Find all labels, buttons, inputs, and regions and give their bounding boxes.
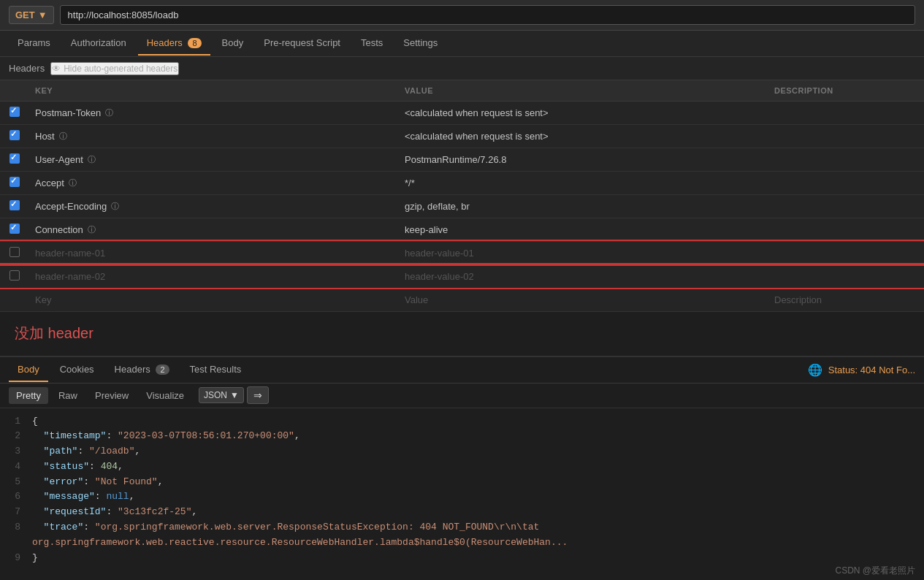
method-select[interactable]: GET ▼: [9, 6, 54, 24]
headers-sub-bar: Headers 👁 Hide auto-generated headers: [0, 57, 924, 80]
row-value[interactable]: keep-alive: [399, 218, 768, 241]
row-checkbox[interactable]: [9, 224, 20, 234]
json-line: 7 "requestId": "3c13fc2f-25",: [0, 505, 924, 520]
row-value[interactable]: header-value-01: [399, 241, 768, 264]
wrap-button[interactable]: ⇒: [247, 386, 269, 404]
response-section: Body Cookies Headers 2 Test Results 🌐 St…: [0, 356, 924, 572]
row-description[interactable]: [768, 101, 924, 124]
row-description[interactable]: [768, 218, 924, 241]
row-value[interactable]: PostmanRuntime/7.26.8: [399, 148, 768, 171]
key-text: header-name-02: [35, 271, 105, 282]
tab-body[interactable]: Body: [213, 31, 253, 56]
key-text: Accept-Encoding: [35, 201, 107, 212]
info-icon: ⓘ: [111, 201, 119, 212]
tab-authorization[interactable]: Authorization: [62, 31, 135, 56]
table-row: User-Agent ⓘ PostmanRuntime/7.26.8: [0, 148, 924, 171]
table-row: header-name-01header-value-01: [0, 241, 924, 264]
placeholder-key[interactable]: Key: [29, 288, 399, 311]
line-number: 2: [3, 429, 32, 444]
row-key[interactable]: header-name-02: [29, 264, 399, 288]
row-value[interactable]: <calculated when request is sent>: [399, 101, 768, 124]
table-row: header-name-02header-value-02: [0, 264, 924, 288]
format-tab-raw[interactable]: Raw: [51, 387, 85, 404]
json-format-select[interactable]: JSON ▼: [199, 387, 244, 403]
response-tab-cookies[interactable]: Cookies: [51, 358, 103, 382]
row-checkbox[interactable]: [9, 247, 20, 257]
line-number: 4: [3, 459, 32, 475]
key-text: Postman-Token: [35, 107, 101, 118]
row-key[interactable]: Accept ⓘ: [29, 171, 399, 194]
row-checkbox[interactable]: [9, 130, 20, 140]
table-placeholder-row[interactable]: Key Value Description: [0, 288, 924, 311]
key-text: Host: [35, 131, 55, 142]
response-tab-body[interactable]: Body: [9, 358, 48, 382]
status-badge: 🌐 Status: 404 Not Fo...: [808, 363, 915, 377]
row-description[interactable]: [768, 171, 924, 194]
request-tabs: Params Authorization Headers 8 Body Pre-…: [0, 31, 924, 57]
row-key[interactable]: Postman-Token ⓘ: [29, 101, 399, 124]
line-number: 7: [3, 505, 32, 520]
placeholder-value[interactable]: Value: [399, 288, 768, 311]
format-tab-preview[interactable]: Preview: [88, 387, 136, 404]
row-checkbox[interactable]: [9, 270, 20, 281]
format-tab-visualize[interactable]: Visualize: [139, 387, 191, 404]
line-content: }: [32, 551, 38, 566]
response-headers-badge: 2: [156, 365, 169, 375]
url-input[interactable]: [60, 5, 915, 25]
line-content: "requestId": "3c13fc2f-25",: [32, 505, 197, 520]
row-description[interactable]: [768, 124, 924, 148]
table-row: Accept ⓘ */*: [0, 171, 924, 194]
info-icon: ⓘ: [88, 224, 96, 235]
line-content: "path": "/loadb",: [32, 444, 140, 459]
col-value: VALUE: [399, 80, 768, 101]
headers-sub-label: Headers: [9, 63, 45, 74]
format-tab-pretty[interactable]: Pretty: [9, 387, 48, 404]
line-number: 9: [3, 551, 32, 566]
placeholder-checkbox: [0, 288, 29, 311]
json-line: 1{: [0, 414, 924, 430]
response-toolbar: Pretty Raw Preview Visualize JSON ▼ ⇒: [0, 384, 924, 408]
table-row: Postman-Token ⓘ <calculated when request…: [0, 101, 924, 124]
line-content: {: [32, 414, 38, 430]
json-line: 8 "trace": "org.springframework.web.serv…: [0, 520, 924, 551]
tab-headers[interactable]: Headers 8: [138, 31, 210, 56]
row-key[interactable]: header-name-01: [29, 241, 399, 264]
tab-prerequest[interactable]: Pre-request Script: [255, 31, 349, 56]
footer-text: CSDN @爱看老照片: [835, 565, 915, 576]
row-key[interactable]: User-Agent ⓘ: [29, 148, 399, 171]
row-checkbox[interactable]: [9, 153, 20, 164]
json-output: 1{2 "timestamp": "2023-03-07T08:56:01.27…: [0, 408, 924, 572]
response-tabs-bar: Body Cookies Headers 2 Test Results 🌐 St…: [0, 357, 924, 384]
placeholder-description[interactable]: Description: [768, 288, 924, 311]
col-key: KEY: [29, 80, 399, 101]
info-icon: ⓘ: [88, 154, 96, 165]
line-content: "message": null,: [32, 489, 134, 505]
line-number: 3: [3, 444, 32, 459]
json-line: 6 "message": null,: [0, 489, 924, 505]
response-tab-testresults[interactable]: Test Results: [181, 358, 251, 382]
row-value[interactable]: gzip, deflate, br: [399, 194, 768, 218]
status-text: Status: 404 Not Fo...: [828, 365, 915, 375]
row-key[interactable]: Host ⓘ: [29, 124, 399, 148]
row-checkbox[interactable]: [9, 177, 20, 187]
tab-tests[interactable]: Tests: [352, 31, 392, 56]
line-number: 5: [3, 475, 32, 490]
annotation-text: 没加 header: [15, 324, 93, 343]
hide-auto-headers-button[interactable]: 👁 Hide auto-generated headers: [50, 62, 179, 75]
row-value[interactable]: header-value-02: [399, 264, 768, 288]
row-checkbox[interactable]: [9, 200, 20, 210]
row-key[interactable]: Connection ⓘ: [29, 218, 399, 241]
row-description[interactable]: [768, 148, 924, 171]
row-checkbox[interactable]: [9, 107, 20, 117]
annotation-area: 没加 header: [0, 312, 924, 356]
row-description[interactable]: [768, 264, 924, 288]
row-key[interactable]: Accept-Encoding ⓘ: [29, 194, 399, 218]
row-value[interactable]: */*: [399, 171, 768, 194]
row-description[interactable]: [768, 194, 924, 218]
tab-params[interactable]: Params: [9, 31, 59, 56]
json-line: 4 "status": 404,: [0, 459, 924, 475]
row-description[interactable]: [768, 241, 924, 264]
row-value[interactable]: <calculated when request is sent>: [399, 124, 768, 148]
response-tab-headers[interactable]: Headers 2: [106, 358, 178, 382]
tab-settings[interactable]: Settings: [394, 31, 446, 56]
